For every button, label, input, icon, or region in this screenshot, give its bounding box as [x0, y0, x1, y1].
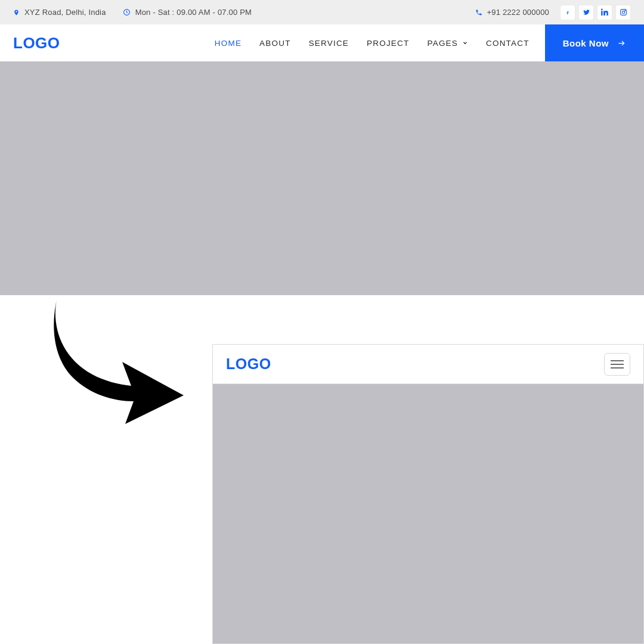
phone-item[interactable]: +91 2222 000000	[475, 8, 549, 17]
hamburger-icon	[611, 364, 624, 365]
clock-icon	[123, 8, 131, 16]
linkedin-icon[interactable]	[597, 5, 612, 20]
nav-service[interactable]: SERVICE	[308, 39, 350, 48]
mobile-preview-frame: LOGO	[212, 344, 644, 644]
phone-text: +91 2222 000000	[487, 8, 549, 17]
hours-item: Mon - Sat : 09.00 AM - 07.00 PM	[123, 8, 252, 17]
lower-area: LOGO	[0, 295, 644, 644]
nav-links: HOME ABOUT SERVICE PROJECT PAGES CONTACT	[213, 39, 531, 48]
site-logo[interactable]: LOGO	[13, 34, 60, 52]
svg-point-3	[624, 10, 625, 11]
address-text: XYZ Road, Delhi, India	[24, 8, 106, 17]
hours-text: Mon - Sat : 09.00 AM - 07.00 PM	[135, 8, 252, 17]
nav-about[interactable]: ABOUT	[258, 39, 292, 48]
book-now-label: Book Now	[563, 38, 609, 48]
nav-bar: LOGO HOME ABOUT SERVICE PROJECT PAGES CO…	[0, 24, 644, 61]
top-bar-left: XYZ Road, Delhi, India Mon - Sat : 09.00…	[13, 8, 262, 17]
phone-icon	[475, 9, 482, 16]
nav-project[interactable]: PROJECT	[366, 39, 410, 48]
mobile-header: LOGO	[213, 345, 643, 384]
svg-point-2	[622, 11, 624, 13]
arrow-right-icon	[617, 39, 626, 48]
map-pin-icon	[13, 8, 20, 17]
nav-home[interactable]: HOME	[213, 39, 243, 48]
address-item: XYZ Road, Delhi, India	[13, 8, 106, 17]
chevron-down-icon	[462, 40, 468, 46]
nav-pages-label: PAGES	[427, 39, 458, 48]
book-now-button[interactable]: Book Now	[545, 24, 644, 61]
top-bar: XYZ Road, Delhi, India Mon - Sat : 09.00…	[0, 0, 644, 24]
hero-placeholder	[0, 61, 644, 295]
curved-arrow-icon	[48, 300, 185, 425]
nav-contact[interactable]: CONTACT	[485, 39, 531, 48]
mobile-logo[interactable]: LOGO	[226, 355, 271, 373]
nav-pages[interactable]: PAGES	[426, 39, 469, 48]
facebook-icon[interactable]	[560, 5, 575, 20]
mobile-hero-placeholder	[213, 384, 643, 643]
social-links	[560, 5, 631, 20]
hamburger-menu-button[interactable]	[604, 353, 630, 376]
instagram-icon[interactable]	[615, 5, 631, 20]
twitter-icon[interactable]	[578, 5, 594, 20]
